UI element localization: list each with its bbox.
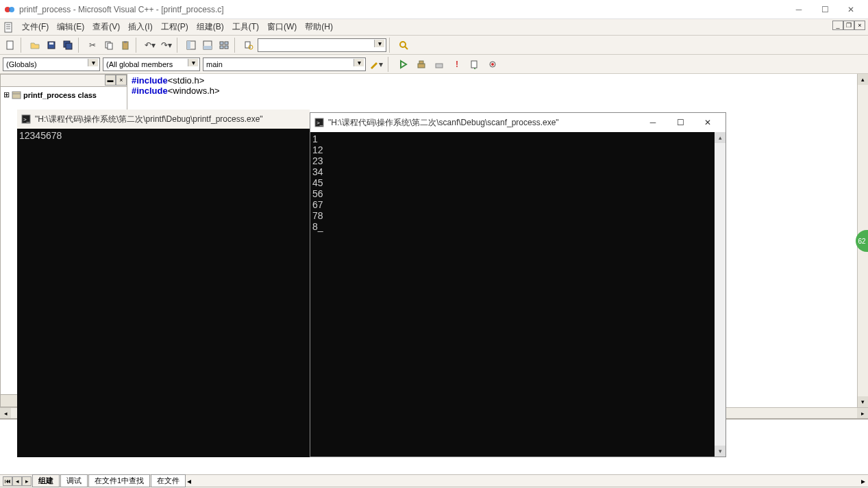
tab-nav-prev-button[interactable]: ◂ xyxy=(12,476,22,486)
wizard-action-button[interactable]: ▾ xyxy=(369,57,384,72)
expand-icon[interactable]: ⊞ xyxy=(3,90,10,99)
document-icon xyxy=(4,22,15,33)
console-scanf: >_ "H:\课程代码\操作系统\第二次\scanf\Debug\scanf_p… xyxy=(310,112,726,457)
go-button[interactable] xyxy=(467,57,482,72)
code-token: <stdio.h> xyxy=(168,75,205,86)
mdi-close-button[interactable]: × xyxy=(854,21,865,30)
class-icon xyxy=(12,91,21,99)
menu-tools[interactable]: 工具(T) xyxy=(228,20,263,34)
svg-point-32 xyxy=(491,63,494,66)
tab-nav-next-button[interactable]: ▸ xyxy=(22,476,32,486)
code-token: <windows.h> xyxy=(168,86,220,96)
undo-button[interactable]: ↶▾ xyxy=(142,38,158,53)
console1-titlebar[interactable]: >_ "H:\课程代码\操作系统\第二次\printf\Debug\printf… xyxy=(17,110,310,129)
console1-title: "H:\课程代码\操作系统\第二次\printf\Debug\printf_pr… xyxy=(35,114,263,125)
redo-button[interactable]: ↷▾ xyxy=(159,38,174,53)
tab-nav-first-button[interactable]: ⏮ xyxy=(3,476,12,486)
panel-close-button[interactable]: × xyxy=(116,75,127,86)
svg-rect-21 xyxy=(220,46,223,49)
stop-build-button[interactable] xyxy=(432,57,447,72)
panel-dock-button[interactable]: ▬ xyxy=(105,75,116,86)
title-bar: printf_process - Microsoft Visual C++ - … xyxy=(0,0,868,19)
menu-insert[interactable]: 插入(I) xyxy=(124,20,156,34)
window-title: printf_process - Microsoft Visual C++ - … xyxy=(19,5,224,14)
scroll-up-button[interactable]: ▴ xyxy=(715,132,726,143)
menu-help[interactable]: 帮助(H) xyxy=(301,20,337,34)
svg-rect-27 xyxy=(418,64,425,68)
save-all-button[interactable] xyxy=(60,38,75,53)
scroll-down-button[interactable]: ▾ xyxy=(715,446,726,457)
open-button[interactable] xyxy=(27,38,42,53)
output-button[interactable] xyxy=(200,38,215,53)
console2-title: "H:\课程代码\操作系统\第二次\scanf\Debug\scanf_proc… xyxy=(328,117,559,128)
code-token: #include xyxy=(132,86,168,96)
output-tabs: ⏮ ◂ ▸ 组建 调试 在文件1中查找 在文件 ◂ ▸ xyxy=(0,474,868,487)
tree-root-label: printf_process class xyxy=(23,91,97,99)
mdi-restore-button[interactable]: ❐ xyxy=(843,21,854,30)
close-button[interactable]: ✕ xyxy=(838,1,864,18)
menu-window[interactable]: 窗口(W) xyxy=(263,20,301,34)
svg-rect-16 xyxy=(187,41,190,49)
execute-button[interactable]: ! xyxy=(449,57,464,72)
console2-titlebar[interactable]: >_ "H:\课程代码\操作系统\第二次\scanf\Debug\scanf_p… xyxy=(310,113,726,132)
svg-point-1 xyxy=(9,7,14,12)
output-tab-build[interactable]: 组建 xyxy=(32,474,60,487)
console2-output: 1 12 23 34 45 56 67 78 8_ xyxy=(310,132,726,233)
tree-root-item[interactable]: ⊞ printf_process class xyxy=(3,90,124,100)
tab-nav-scroll-left[interactable]: ◂ xyxy=(187,476,191,486)
console2-maximize-button[interactable]: ☐ xyxy=(667,114,694,131)
maximize-button[interactable]: ☐ xyxy=(812,1,838,18)
menu-build[interactable]: 组建(B) xyxy=(193,20,228,34)
find-combo[interactable] xyxy=(258,38,386,52)
svg-text:>_: >_ xyxy=(23,116,30,123)
svg-rect-8 xyxy=(49,42,53,44)
output-tab-find2[interactable]: 在文件 xyxy=(151,474,186,487)
window-list-button[interactable] xyxy=(216,38,232,53)
svg-rect-12 xyxy=(108,43,112,49)
workspace-button[interactable] xyxy=(184,38,199,53)
mdi-minimize-button[interactable]: _ xyxy=(832,21,843,30)
minimize-button[interactable]: ─ xyxy=(786,1,812,18)
svg-rect-20 xyxy=(225,42,228,44)
console2-close-button[interactable]: ✕ xyxy=(694,114,721,131)
function-combo[interactable]: main xyxy=(203,57,366,71)
console2-minimize-button[interactable]: ─ xyxy=(639,114,667,131)
scroll-right-button[interactable]: ▸ xyxy=(857,408,868,418)
copy-button[interactable] xyxy=(101,38,116,53)
paste-button[interactable] xyxy=(118,38,133,53)
cut-button[interactable]: ✂ xyxy=(85,38,100,53)
svg-rect-23 xyxy=(245,42,250,48)
scroll-down-button[interactable]: ▾ xyxy=(858,396,868,407)
scroll-left-button[interactable]: ◂ xyxy=(0,408,11,418)
save-button[interactable] xyxy=(44,38,59,53)
app-logo-icon xyxy=(4,4,15,15)
console-icon: >_ xyxy=(21,114,31,124)
mdi-buttons: _ ❐ × xyxy=(832,21,865,30)
output-tab-debug[interactable]: 调试 xyxy=(60,474,88,487)
menu-file[interactable]: 文件(F) xyxy=(18,20,53,34)
build-button[interactable] xyxy=(414,57,429,72)
svg-rect-19 xyxy=(220,42,223,44)
console2-vscrollbar[interactable]: ▴ ▾ xyxy=(715,132,726,457)
svg-rect-30 xyxy=(471,61,477,68)
new-button[interactable] xyxy=(3,38,18,53)
scope-combo[interactable]: (Globals) xyxy=(3,57,100,71)
console-printf: >_ "H:\课程代码\操作系统\第二次\printf\Debug\printf… xyxy=(17,110,310,457)
compile-button[interactable] xyxy=(396,57,411,72)
standard-toolbar: ✂ ↶▾ ↷▾ xyxy=(0,36,868,55)
tab-nav-scroll-right[interactable]: ▸ xyxy=(861,476,865,486)
menu-project[interactable]: 工程(P) xyxy=(157,20,193,34)
class-tree[interactable]: ⊞ printf_process class xyxy=(1,87,127,103)
svg-rect-2 xyxy=(5,23,12,32)
svg-line-26 xyxy=(405,47,408,49)
output-tab-find1[interactable]: 在文件1中查找 xyxy=(88,474,150,487)
menu-edit[interactable]: 编辑(E) xyxy=(53,20,88,34)
scroll-up-button[interactable]: ▴ xyxy=(858,74,868,85)
code-token: #include xyxy=(132,75,168,86)
members-combo[interactable]: (All global members xyxy=(103,57,200,71)
svg-rect-28 xyxy=(419,61,423,64)
breakpoint-button[interactable] xyxy=(485,57,500,72)
find-in-files-button[interactable] xyxy=(241,38,256,53)
find-button[interactable] xyxy=(396,38,411,53)
menu-view[interactable]: 查看(V) xyxy=(88,20,124,34)
